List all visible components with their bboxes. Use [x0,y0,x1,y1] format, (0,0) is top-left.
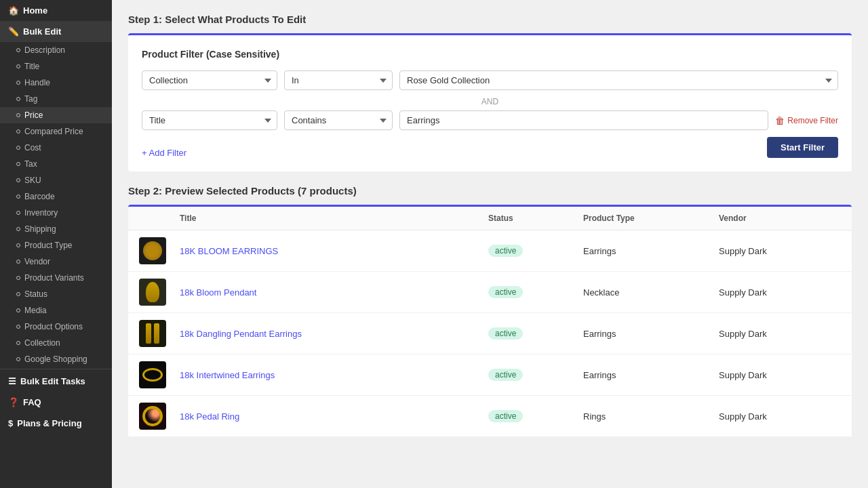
sidebar-bulk-edit-label: Bulk Edit [23,26,61,37]
sidebar-status-label: Status [24,289,47,299]
table-row: 18k Dangling Pendant Earrings active Ear… [128,313,852,354]
table-row: 18K BLOOM EARRINGS active Earrings Suppl… [128,230,852,272]
remove-filter-label: Remove Filter [787,116,838,125]
trash-icon: 🗑 [775,115,785,126]
sidebar-cost-label: Cost [24,143,41,152]
product-link-2[interactable]: 18k Bloom Pendant [180,287,488,298]
dot-icon [16,64,20,68]
sidebar-product-options-label: Product Options [24,322,83,331]
col-thumb [139,214,180,223]
sidebar-item-compared-price[interactable]: Compared Price [0,123,112,140]
sidebar-description-label: Description [24,45,65,55]
sidebar-item-plans-pricing[interactable]: $ Plans & Pricing [0,413,112,434]
sidebar-price-label: Price [24,110,43,120]
product-type-3: Earrings [583,329,719,339]
sidebar-item-google-shopping[interactable]: Google Shopping [0,351,112,367]
sidebar-item-title[interactable]: Title [0,58,112,75]
start-filter-button[interactable]: Start Filter [767,137,838,158]
sidebar-item-tax[interactable]: Tax [0,156,112,172]
thumb-shape [142,368,163,382]
vendor-1: Supply Dark [719,246,841,256]
sidebar-tax-label: Tax [24,159,37,169]
dot-icon [16,308,20,312]
sidebar-item-faq[interactable]: ❓ FAQ [0,392,112,413]
filter2-operator-select[interactable]: Contains Does Not Contain Equals [284,110,393,130]
product-type-5: Rings [583,411,719,422]
table-header: Title Status Product Type Vendor [128,207,852,230]
col-title: Title [180,214,488,223]
dot-icon [16,292,20,296]
product-link-3[interactable]: 18k Dangling Pendant Earrings [180,329,488,339]
sidebar-item-status[interactable]: Status [0,286,112,302]
product-image-1 [139,237,166,264]
sidebar-item-media[interactable]: Media [0,302,112,319]
filter1-operator-select[interactable]: In Not In Equals [284,70,393,90]
status-badge: active [488,369,523,381]
sidebar-media-label: Media [24,306,47,315]
thumb-shape [146,282,159,302]
sidebar-divider [0,369,112,369]
sidebar-item-bulk-edit-tasks[interactable]: ☰ Bulk Edit Tasks [0,371,112,392]
sidebar-item-price[interactable]: Price [0,107,112,123]
sidebar-item-bulk-edit[interactable]: ✏️ Bulk Edit [0,21,112,42]
product-link-5[interactable]: 18k Pedal Ring [180,411,488,422]
products-table: Title Status Product Type Vendor 18K BLO… [128,205,852,437]
sidebar-item-handle[interactable]: Handle [0,75,112,91]
dot-icon [16,276,20,280]
product-image-3 [139,320,166,347]
product-link-1[interactable]: 18K BLOOM EARRINGS [180,246,488,256]
sidebar-item-description[interactable]: Description [0,42,112,58]
filter1-field-select[interactable]: Collection [142,70,277,90]
dot-icon [16,146,20,150]
sidebar-item-product-type[interactable]: Product Type [0,237,112,253]
filter2-field-select[interactable]: Title Collection Handle [142,110,277,130]
vendor-3: Supply Dark [719,329,841,339]
sidebar-item-product-options[interactable]: Product Options [0,319,112,335]
product-thumb-4 [139,361,180,388]
dot-icon [16,97,20,101]
vendor-4: Supply Dark [719,370,841,380]
tasks-icon: ☰ [8,376,16,386]
sidebar-google-shopping-label: Google Shopping [24,354,87,364]
sidebar-item-shipping[interactable]: Shipping [0,221,112,237]
sidebar-item-collection[interactable]: Collection [0,335,112,351]
product-type-2: Necklace [583,287,719,298]
col-status: Status [488,214,583,223]
sidebar-barcode-label: Barcode [24,192,55,201]
filter-row-1: Collection In Not In Equals Rose Gold Co… [142,70,838,90]
status-badge: active [488,410,523,422]
sidebar-item-tag[interactable]: Tag [0,91,112,107]
product-link-4[interactable]: 18k Intertwined Earrings [180,370,488,380]
sidebar-title-label: Title [24,62,39,71]
product-thumb-2 [139,279,180,306]
main-content: Step 1: Select What Products To Edit Pro… [112,0,868,488]
sidebar-collection-label: Collection [24,338,60,348]
vendor-2: Supply Dark [719,287,841,298]
dot-icon [16,178,20,182]
thumb-shape [142,406,163,426]
sidebar-product-variants-label: Product Variants [24,273,84,283]
filter-card: Product Filter (Case Sensitive) Collecti… [128,33,852,171]
product-thumb-1 [139,237,180,264]
sidebar-product-type-label: Product Type [24,241,73,250]
status-badge: active [488,327,523,340]
bulk-edit-icon: ✏️ [8,26,19,37]
sidebar-vendor-label: Vendor [24,257,50,266]
product-type-4: Earrings [583,370,719,380]
sidebar-item-home[interactable]: 🏠 Home [0,0,112,21]
dot-icon [16,81,20,85]
step1-title: Step 1: Select What Products To Edit [128,14,852,25]
sidebar-faq-label: FAQ [23,397,41,407]
filter1-value-select[interactable]: Rose Gold Collection [399,70,838,90]
sidebar-item-cost[interactable]: Cost [0,140,112,156]
filter2-value-input[interactable] [399,110,768,130]
sidebar-item-product-variants[interactable]: Product Variants [0,270,112,286]
sidebar-item-barcode[interactable]: Barcode [0,188,112,205]
sidebar-item-sku[interactable]: SKU [0,172,112,188]
add-filter-button[interactable]: + Add Filter [142,148,186,158]
sidebar-item-vendor[interactable]: Vendor [0,253,112,270]
product-image-2 [139,279,166,306]
col-product-type: Product Type [583,214,719,223]
sidebar-item-inventory[interactable]: Inventory [0,205,112,221]
remove-filter-button[interactable]: 🗑 Remove Filter [775,115,838,126]
